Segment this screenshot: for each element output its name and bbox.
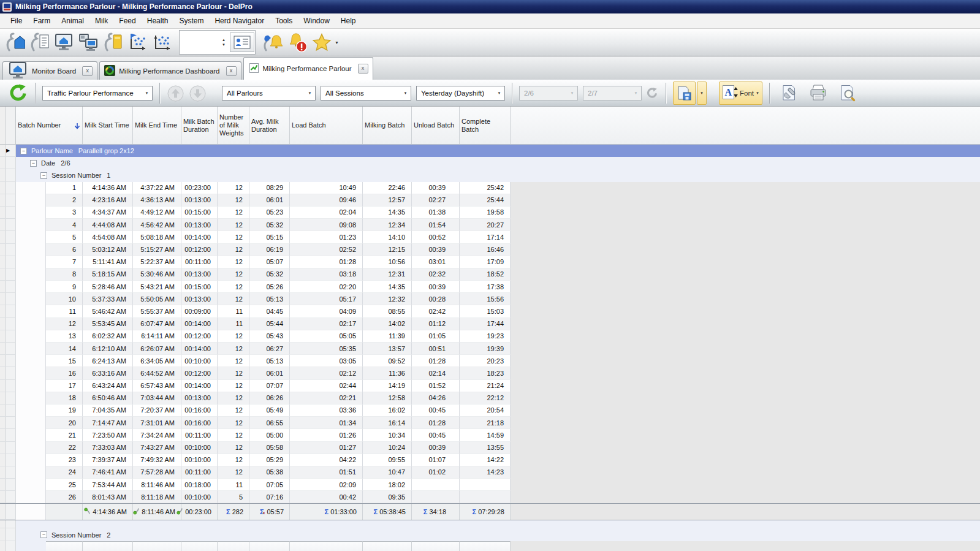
column-header-avg-milk-duration[interactable]: [249, 541, 290, 551]
cell-milk-end-time[interactable]: 7:03:44 AM: [133, 392, 181, 405]
cell-milking-batch[interactable]: 10:24: [363, 442, 412, 454]
cell-avg-milk-duration[interactable]: 06:01: [249, 194, 290, 207]
next-report-button[interactable]: [189, 85, 206, 102]
cell-batch-number[interactable]: 19: [46, 405, 83, 417]
cell-milk-end-time[interactable]: 8:11:46 AM: [133, 479, 181, 491]
row-selector-gutter[interactable]: [0, 491, 16, 503]
cell-number-of-milk-weights[interactable]: 5: [218, 491, 249, 503]
refresh-button[interactable]: [6, 82, 28, 104]
cell-milking-batch[interactable]: 09:55: [363, 454, 412, 466]
cell-milk-start-time[interactable]: 5:53:45 AM: [83, 318, 133, 330]
cell-number-of-milk-weights[interactable]: 12: [218, 429, 249, 441]
cell-unload-batch[interactable]: 01:28: [412, 417, 460, 429]
cell-milk-batch-duration[interactable]: 00:10:00: [181, 442, 218, 454]
cell-complete-batch[interactable]: 19:23: [460, 330, 511, 343]
cell-complete-batch[interactable]: 17:38: [460, 281, 511, 293]
cell-milk-start-time[interactable]: 6:50:46 AM: [83, 392, 133, 405]
row-selector-gutter[interactable]: [0, 442, 16, 454]
cell-milk-end-time[interactable]: 6:34:05 AM: [133, 355, 181, 367]
card-view-button[interactable]: [230, 32, 254, 52]
menu-item-feed[interactable]: Feed: [113, 15, 141, 27]
cell-batch-number[interactable]: 9: [46, 281, 83, 293]
column-header-load-batch[interactable]: Load Batch: [290, 107, 363, 144]
cell-avg-milk-duration[interactable]: 07:16: [249, 491, 290, 503]
cell-load-batch[interactable]: 05:17: [290, 293, 363, 305]
cell-unload-batch[interactable]: 02:14: [412, 367, 460, 379]
row-selector-gutter[interactable]: [0, 405, 16, 417]
row-selector-gutter[interactable]: [0, 194, 16, 207]
row-selector-gutter[interactable]: [0, 207, 16, 219]
tab-close-button[interactable]: x: [82, 66, 93, 76]
cell-milk-start-time[interactable]: 8:01:43 AM: [83, 491, 133, 503]
cell-load-batch[interactable]: 03:36: [290, 405, 363, 417]
cell-number-of-milk-weights[interactable]: 12: [218, 442, 249, 454]
cell-milk-end-time[interactable]: 4:49:12 AM: [133, 207, 181, 219]
cell-milk-end-time[interactable]: 5:43:21 AM: [133, 281, 181, 293]
cell-load-batch[interactable]: 02:12: [290, 367, 363, 379]
cell-avg-milk-duration[interactable]: 05:13: [249, 293, 290, 305]
cell-milking-batch[interactable]: 12:15: [363, 244, 412, 256]
cell-number-of-milk-weights[interactable]: 12: [218, 405, 249, 417]
cell-load-batch[interactable]: 05:05: [290, 330, 363, 343]
cell-complete-batch[interactable]: 14:22: [460, 454, 511, 466]
cell-number-of-milk-weights[interactable]: 12: [218, 281, 249, 293]
collapse-button[interactable]: −: [30, 160, 37, 167]
cell-batch-number[interactable]: 17: [46, 380, 83, 392]
cow-bell-button[interactable]: [260, 31, 285, 54]
cell-milk-batch-duration[interactable]: 00:10:00: [181, 454, 218, 466]
cell-avg-milk-duration[interactable]: 05:49: [249, 405, 290, 417]
cell-milk-end-time[interactable]: 6:44:52 AM: [133, 367, 181, 379]
period-select[interactable]: Yesterday (Dayshift) ▼: [416, 86, 505, 101]
table-row[interactable]: 136:02:32 AM6:14:11 AM00:12:001205:4305:…: [0, 330, 980, 343]
row-selector-gutter[interactable]: [0, 219, 16, 231]
cow-house-button[interactable]: [2, 31, 27, 54]
row-selector-gutter[interactable]: [0, 293, 16, 305]
print-button[interactable]: [806, 82, 830, 105]
cell-milk-end-time[interactable]: 7:43:27 AM: [133, 442, 181, 454]
cell-avg-milk-duration[interactable]: 05:44: [249, 318, 290, 330]
row-selector-gutter[interactable]: [0, 429, 16, 441]
cell-milk-batch-duration[interactable]: 00:13:00: [181, 268, 218, 281]
row-selector-gutter[interactable]: [0, 392, 16, 405]
cell-milk-start-time[interactable]: 5:11:41 AM: [83, 256, 133, 268]
cell-milk-start-time[interactable]: 5:28:46 AM: [83, 281, 133, 293]
cell-milk-end-time[interactable]: 6:07:47 AM: [133, 318, 181, 330]
cell-milk-start-time[interactable]: 4:14:36 AM: [83, 182, 133, 194]
cell-avg-milk-duration[interactable]: 07:07: [249, 380, 290, 392]
table-row[interactable]: 186:50:46 AM7:03:44 AM00:13:001206:2602:…: [0, 392, 980, 405]
cell-unload-batch[interactable]: 00:39: [412, 182, 460, 194]
cell-milking-batch[interactable]: 12:31: [363, 268, 412, 281]
cell-complete-batch[interactable]: 17:14: [460, 231, 511, 243]
cell-milking-batch[interactable]: 16:02: [363, 405, 412, 417]
column-header-milk-start-time[interactable]: Milk Start Time: [83, 107, 133, 144]
cell-batch-number[interactable]: 12: [46, 318, 83, 330]
cell-milk-start-time[interactable]: 7:14:47 AM: [83, 417, 133, 429]
cell-unload-batch[interactable]: 00:39: [412, 244, 460, 256]
grid-corner[interactable]: [0, 107, 16, 144]
cell-avg-milk-duration[interactable]: 05:29: [249, 454, 290, 466]
cell-milk-batch-duration[interactable]: 00:09:00: [181, 305, 218, 317]
table-row[interactable]: 115:46:42 AM5:55:37 AM00:09:001104:4504:…: [0, 305, 980, 317]
table-row[interactable]: 227:33:03 AM7:43:27 AM00:10:001205:5801:…: [0, 442, 980, 454]
table-row[interactable]: 257:53:44 AM8:11:46 AM00:18:001107:0502:…: [0, 479, 980, 491]
cell-number-of-milk-weights[interactable]: 12: [218, 182, 249, 194]
cell-unload-batch[interactable]: 00:39: [412, 281, 460, 293]
row-selector-gutter[interactable]: [0, 355, 16, 367]
favorites-dropdown-icon[interactable]: ▼: [335, 40, 339, 45]
cell-milking-batch[interactable]: 12:34: [363, 219, 412, 231]
cell-load-batch[interactable]: 05:35: [290, 343, 363, 355]
cell-unload-batch[interactable]: 00:28: [412, 293, 460, 305]
menu-item-window[interactable]: Window: [298, 15, 335, 27]
cell-milk-start-time[interactable]: 6:12:10 AM: [83, 343, 133, 355]
cell-milk-batch-duration[interactable]: 00:15:00: [181, 207, 218, 219]
cell-complete-batch[interactable]: [460, 491, 511, 503]
cell-load-batch[interactable]: 02:17: [290, 318, 363, 330]
row-selector-gutter[interactable]: [0, 305, 16, 317]
cell-number-of-milk-weights[interactable]: 12: [218, 392, 249, 405]
row-selector-gutter[interactable]: [0, 231, 16, 243]
cell-milk-start-time[interactable]: 5:03:12 AM: [83, 244, 133, 256]
column-header-batch-number[interactable]: Batch Number: [16, 107, 83, 144]
cell-milk-batch-duration[interactable]: 00:10:00: [181, 355, 218, 367]
row-selector-gutter[interactable]: [0, 182, 16, 194]
cell-milk-batch-duration[interactable]: 00:13:00: [181, 293, 218, 305]
